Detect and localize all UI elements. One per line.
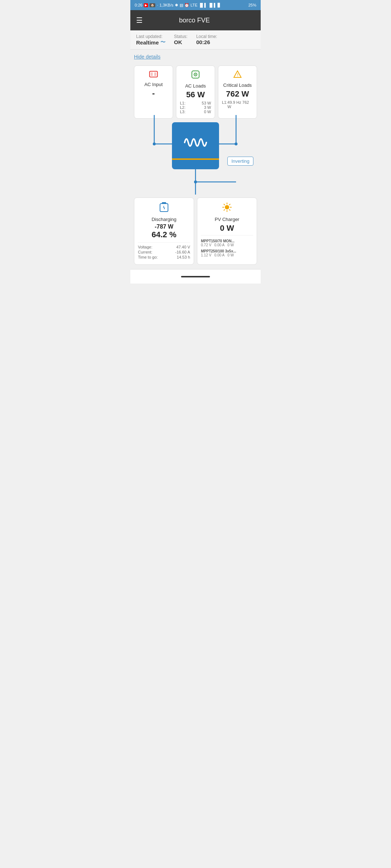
timetogo-label: Time to go: — [138, 255, 158, 259]
svg-rect-1 — [151, 72, 153, 76]
pv-charger-title: PV Charger — [201, 217, 253, 222]
last-updated-value: Realtime 〜 — [136, 39, 165, 46]
svg-rect-17 — [160, 204, 168, 212]
status-section: Status: OK — [174, 34, 188, 46]
critical-loads-value: 762 W — [222, 89, 253, 99]
svg-rect-2 — [154, 72, 156, 76]
app-header: ☰ borco FVE — [130, 10, 261, 30]
voltage-value: 47.40 V — [176, 245, 190, 249]
l3-label: L3: — [180, 110, 185, 114]
bottom-navigation-bar — [130, 269, 261, 284]
network-speed: 1,3KB/s — [159, 3, 173, 7]
battery-percentage: 64.2 % — [138, 230, 190, 239]
ac-loads-title: AC Loads — [180, 83, 211, 89]
hide-details-link[interactable]: Hide details — [134, 54, 257, 60]
critical-loads-title: Critical Loads — [222, 82, 253, 88]
svg-line-25 — [230, 204, 230, 205]
current-value: -16.60 A — [175, 250, 190, 254]
info-bar: Last updated: Realtime 〜 Status: OK Loca… — [130, 30, 261, 50]
pv-device2-name: MPPT250/100 3x5x... — [201, 249, 253, 253]
ac-loads-value: 56 W — [180, 90, 211, 99]
local-time-value: 00:26 — [196, 39, 217, 45]
svg-line-26 — [224, 210, 225, 210]
time-display: 0:26 — [135, 3, 142, 7]
menu-button[interactable]: ☰ — [136, 16, 143, 25]
inverter-logo — [181, 132, 210, 156]
pv-device1-name: MPPT150/70 MON... — [201, 239, 253, 243]
voltage-label: Voltage: — [138, 245, 152, 249]
pv-charger-icon — [201, 202, 253, 214]
local-time-label: Local time: — [196, 34, 217, 39]
pv-device1-power: 0 W — [227, 243, 234, 247]
critical-loads-card[interactable]: ! Critical Loads 762 W L1: 49.9 Hz 762 W — [218, 65, 257, 119]
l1-label: L1: — [180, 101, 185, 105]
critical-loads-details: L1: 49.9 Hz 762 W — [222, 100, 253, 109]
inverter-box[interactable] — [172, 122, 219, 169]
signal-icons: ▤ ⏰ LTE ▐▌▌ ▐▌▌ ▊ — [180, 3, 220, 8]
pv-device1-values: 0.72 V 0.00 A 0 W — [201, 243, 253, 247]
battery-icon — [138, 202, 190, 214]
pv-charger-value: 0 W — [201, 224, 253, 233]
status-label: Status: — [174, 34, 188, 39]
top-cards-row: AC Input - AC Loads 56 W L1: 53 W L2: — [134, 65, 257, 119]
svg-point-18 — [225, 205, 229, 209]
svg-point-14 — [235, 142, 237, 145]
svg-line-23 — [224, 204, 225, 205]
current-label: Current: — [138, 250, 152, 254]
l3-value: 0 W — [204, 110, 211, 114]
youtube-icon: ▶ — [144, 3, 148, 7]
local-time-section: Local time: 00:26 — [196, 34, 217, 46]
svg-point-13 — [153, 142, 156, 145]
ac-input-value: - — [138, 89, 169, 98]
ac-input-icon — [138, 70, 169, 80]
pv-device1-current: 0.00 A — [214, 243, 224, 247]
home-icon: 🏠 — [150, 3, 155, 7]
app-title: borco FVE — [143, 17, 246, 24]
dot-separator: · — [157, 3, 158, 7]
timetogo-value: 14.53 h — [177, 255, 190, 259]
last-updated-section: Last updated: Realtime 〜 — [136, 34, 165, 46]
ac-input-card[interactable]: AC Input - — [134, 65, 173, 119]
l2-label: L2: — [180, 105, 185, 110]
status-bar: 0:26 ▶ 🏠 · 1,3KB/s ✱ ▤ ⏰ LTE ▐▌▌ ▐▌▌ ▊ 2… — [130, 0, 261, 10]
ac-loads-details: L1: 53 W L2: 3 W L3: 0 W — [180, 101, 211, 114]
l2-value: 3 W — [204, 105, 211, 110]
nav-handle — [181, 276, 210, 277]
svg-line-24 — [230, 210, 230, 210]
battery-details: Voltage: 47.40 V Current: -16.60 A Time … — [138, 242, 190, 259]
main-content: Hide details AC Input - — [130, 50, 261, 269]
pv-device2-voltage: 1.12 V — [201, 253, 211, 257]
pv-device2-current: 0.00 A — [214, 253, 224, 257]
battery-title: Discharging — [138, 217, 190, 222]
pv-device1-voltage: 0.72 V — [201, 243, 211, 247]
critical-l1-label: L1: — [222, 100, 227, 109]
inverting-badge: Inverting — [227, 157, 253, 166]
status-bar-left: 0:26 ▶ 🏠 · 1,3KB/s ✱ ▤ ⏰ LTE ▐▌▌ ▐▌▌ ▊ — [135, 3, 220, 8]
battery-card[interactable]: Discharging -787 W 64.2 % Voltage: 47.40… — [134, 197, 194, 265]
pv-device2-values: 1.12 V 0.00 A 0 W — [201, 253, 253, 257]
pv-device2-power: 0 W — [227, 253, 234, 257]
svg-point-15 — [194, 180, 197, 183]
bluetooth-icon: ✱ — [175, 3, 178, 8]
ac-input-title: AC Input — [138, 82, 169, 87]
realtime-wave-icon: 〜 — [160, 39, 165, 46]
battery-level: 25% — [248, 3, 256, 7]
critical-l1-value: 49.9 Hz 762 W — [227, 100, 253, 109]
bottom-cards-row: Discharging -787 W 64.2 % Voltage: 47.40… — [134, 197, 257, 265]
status-bar-right: 25% — [248, 3, 256, 7]
ac-loads-icon — [180, 70, 211, 81]
status-value: OK — [174, 39, 188, 45]
l1-value: 53 W — [202, 101, 211, 105]
inverter-stripe — [172, 158, 219, 160]
last-updated-label: Last updated: — [136, 34, 165, 39]
connector-area: Inverting — [134, 115, 257, 195]
svg-point-5 — [195, 74, 196, 75]
critical-loads-icon: ! — [222, 70, 253, 80]
ac-loads-card[interactable]: AC Loads 56 W L1: 53 W L2: 3 W L3: 0 W — [176, 65, 215, 119]
svg-text:!: ! — [237, 73, 238, 77]
battery-power: -787 W — [138, 224, 190, 230]
pv-charger-card[interactable]: PV Charger 0 W MPPT150/70 MON... 0.72 V … — [197, 197, 257, 265]
